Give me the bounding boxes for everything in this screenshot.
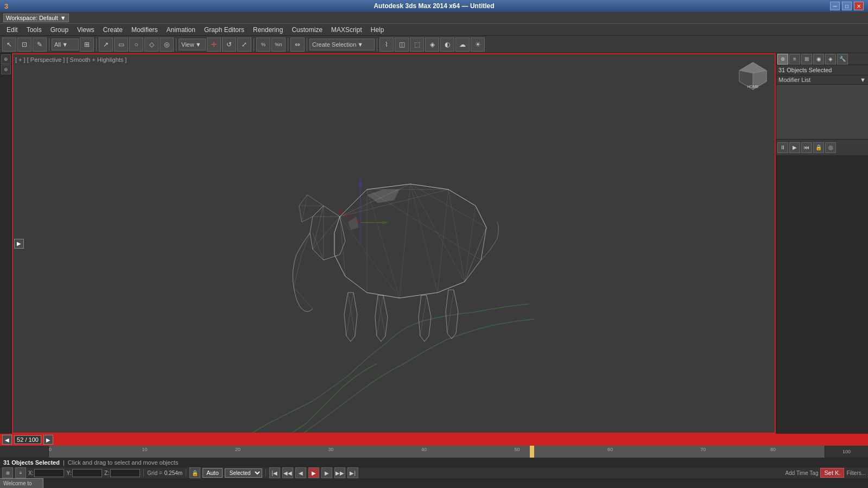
panel-ctrl-5[interactable]: ◎ [825, 142, 836, 153]
set-key-btn[interactable]: Set K. [820, 468, 844, 478]
status-selected-count: 31 Objects Selected [3, 459, 60, 466]
sep5 [288, 38, 288, 51]
track-ruler[interactable]: 0 10 20 30 40 50 60 70 80 [49, 446, 825, 458]
toolbar-scale[interactable]: ⤢ [237, 37, 251, 52]
tick-80: 80 [770, 447, 776, 452]
tick-50: 50 [514, 447, 519, 452]
panel-hierarchy-icon[interactable]: ⊞ [801, 54, 812, 65]
x-input[interactable] [34, 469, 64, 477]
all-label: All [54, 41, 61, 48]
lock-icon[interactable]: 🔒 [189, 467, 200, 478]
menu-create[interactable]: Create [99, 25, 127, 35]
toolbar-mirror[interactable]: ⇔ [290, 37, 305, 52]
toolbar-filter[interactable]: ⊞ [80, 37, 94, 52]
welcome-label: Welcome to [3, 480, 32, 486]
toolbar-curves[interactable]: ⌇ [379, 37, 394, 52]
menu-group[interactable]: Group [46, 25, 73, 35]
minimize-button[interactable]: ─ [830, 2, 840, 10]
play-next-btn[interactable]: ▶▶ [334, 467, 345, 478]
toolbar-render2[interactable]: ⬚ [410, 37, 424, 52]
panel-controls: ⏸ ▶ ⏮ 🔒 ◎ [776, 139, 868, 155]
play-prev-frame-btn[interactable]: ◀ [295, 467, 306, 478]
panel-display-icon[interactable]: ◈ [825, 54, 836, 65]
x-coord-field: X: [28, 469, 64, 477]
panel-motion-icon[interactable]: ◉ [813, 54, 824, 65]
menu-views[interactable]: Views [73, 25, 99, 35]
menu-tools[interactable]: Tools [22, 25, 46, 35]
frame-nav-next[interactable]: ▶ [43, 435, 53, 445]
y-input[interactable] [72, 469, 102, 477]
toolbar-lasso[interactable]: ⊡ [17, 37, 31, 52]
svg-line-39 [448, 189, 465, 282]
workspace-dropdown[interactable]: Workspace: Default ▼ [3, 14, 69, 22]
play-next-frame-btn[interactable]: ▶ [321, 467, 332, 478]
toolbar-render1[interactable]: ◫ [395, 37, 409, 52]
menu-maxscript[interactable]: MAXScript [327, 25, 366, 35]
toolbar-paint2[interactable]: ◎ [160, 37, 174, 52]
end-frame-label: 100 [825, 446, 868, 458]
panel-modify-icon[interactable]: ≡ [789, 54, 800, 65]
svg-line-31 [448, 189, 476, 206]
all-dropdown[interactable]: All ▼ [52, 39, 79, 50]
coord-icon-1[interactable]: ⊞ [2, 467, 13, 478]
toolbar-light[interactable]: ☀ [471, 37, 485, 52]
frame-nav-prev[interactable]: ◀ [2, 435, 12, 445]
viewport[interactable]: [ + ] [ Perspective ] [ Smooth + Highlig… [12, 53, 776, 434]
toolbar-pct2[interactable]: %n [271, 37, 286, 52]
toolbar-envir[interactable]: ☁ [455, 37, 470, 52]
track-bar[interactable]: 0 10 20 30 40 50 60 70 80 100 [0, 446, 868, 458]
menu-edit[interactable]: Edit [2, 25, 22, 35]
elephant-model [258, 108, 530, 379]
play-btn[interactable]: ▶ [308, 467, 319, 478]
auto-key-btn[interactable]: Auto [202, 468, 223, 478]
dropdown-arrow: ▼ [60, 15, 66, 21]
current-frame-indicator[interactable] [530, 446, 534, 458]
nav-cube[interactable]: HOME [737, 60, 769, 92]
panel-ctrl-4[interactable]: 🔒 [813, 142, 824, 153]
coord-icon-2[interactable]: ≡ [15, 467, 26, 478]
toolbar-paint[interactable]: ✎ [33, 37, 47, 52]
play-prev-btn[interactable]: ◀◀ [282, 467, 293, 478]
menu-customize[interactable]: Customize [287, 25, 327, 35]
left-icon-1[interactable]: ⊕ [1, 54, 11, 64]
menu-animation[interactable]: Animation [162, 25, 200, 35]
selected-dropdown[interactable]: Selected [225, 468, 262, 478]
menu-help[interactable]: Help [366, 25, 389, 35]
toolbar-render3[interactable]: ◐ [440, 37, 454, 52]
toolbar-pct[interactable]: % [256, 37, 270, 52]
left-icon-2[interactable]: ⊕ [1, 65, 11, 74]
toolbar-select-obj[interactable]: ↗ [99, 37, 113, 52]
panel-create-icon[interactable]: ⊕ [777, 54, 788, 65]
main-area: ⊕ ⊕ [ + ] [ Perspective ] [ Smooth + Hig… [0, 53, 868, 434]
play-end-btn[interactable]: ▶| [347, 467, 358, 478]
toolbar-rect[interactable]: ▭ [114, 37, 128, 52]
svg-line-54 [438, 189, 448, 293]
z-input[interactable] [110, 469, 140, 477]
panel-utilities-icon[interactable]: 🔧 [837, 54, 848, 65]
svg-marker-27 [334, 184, 486, 298]
close-button[interactable]: ✕ [854, 2, 864, 10]
y-coord-field: Y: [66, 469, 102, 477]
workspace-label: Workspace: Default [6, 15, 58, 21]
toolbar-select[interactable]: ↖ [2, 37, 16, 52]
panel-ctrl-3[interactable]: ⏮ [801, 142, 812, 153]
restore-button[interactable]: □ [842, 2, 852, 10]
panel-ctrl-1[interactable]: ⏸ [777, 142, 788, 153]
toolbar-move[interactable]: ✛ [207, 37, 221, 52]
toolbar-fence[interactable]: ◇ [144, 37, 159, 52]
view-dropdown[interactable]: View ▼ [179, 39, 206, 50]
menu-graph-editors[interactable]: Graph Editors [200, 25, 249, 35]
menu-rendering[interactable]: Rendering [249, 25, 287, 35]
viewport-play-btn[interactable]: ▶ [14, 239, 24, 249]
panel-ctrl-2[interactable]: ▶ [789, 142, 800, 153]
toolbar-material[interactable]: ◈ [425, 37, 439, 52]
welcome-tab[interactable]: Welcome to [0, 478, 43, 488]
toolbar-rotate[interactable]: ↺ [222, 37, 236, 52]
play-start-btn[interactable]: |◀ [269, 467, 280, 478]
svg-marker-78 [367, 189, 400, 203]
svg-line-37 [410, 184, 486, 227]
modifier-list-area [776, 85, 868, 139]
create-sel-dropdown[interactable]: Create Selection ▼ [309, 39, 375, 50]
toolbar-circle[interactable]: ○ [129, 37, 143, 52]
menu-modifiers[interactable]: Modifiers [127, 25, 162, 35]
